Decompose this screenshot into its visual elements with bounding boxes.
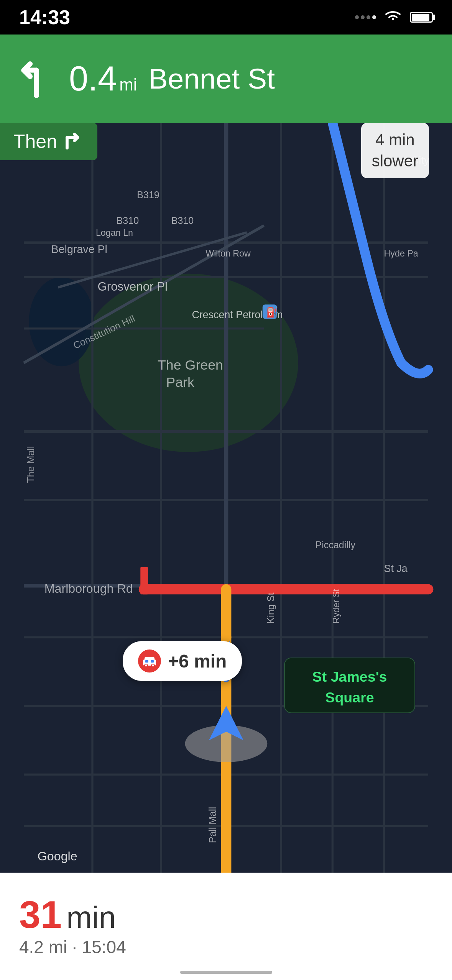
svg-text:Wilton Row: Wilton Row (205, 248, 251, 258)
eta-row: 31 min (19, 895, 433, 935)
svg-text:Pall Mall: Pall Mall (207, 807, 218, 843)
eta-unit: min (66, 900, 116, 935)
svg-text:B310: B310 (171, 215, 194, 226)
map-area[interactable]: Belgrave Pl B310 B310 B319 Logan Ln Wilt… (0, 123, 452, 873)
eta-arrival-time: 15:04 (82, 937, 126, 957)
svg-text:Marlborough Rd: Marlborough Rd (44, 582, 133, 595)
eta-distance: 4.2 mi (19, 937, 67, 957)
nav-street-name: Bennet St (149, 62, 275, 95)
eta-details: 4.2 mi · 15:04 (19, 937, 433, 957)
eta-separator: · (72, 937, 82, 957)
status-icons (355, 8, 433, 27)
traffic-delay-text: +6 min (168, 651, 227, 672)
nav-distance-value: 0.4 (69, 61, 117, 96)
svg-rect-64 (151, 660, 154, 663)
battery-icon (410, 12, 433, 23)
svg-text:King St: King St (265, 593, 276, 624)
then-turn-icon (63, 131, 84, 152)
then-label: Then (13, 130, 57, 153)
svg-text:Grosvenor Pl: Grosvenor Pl (97, 280, 168, 293)
wifi-icon (383, 8, 403, 27)
svg-point-61 (145, 664, 148, 666)
svg-text:St Ja: St Ja (384, 563, 408, 574)
status-bar: 14:33 (0, 0, 452, 35)
nav-distance-unit: mi (119, 76, 137, 93)
svg-rect-63 (145, 660, 148, 663)
svg-text:St James's: St James's (312, 669, 387, 685)
svg-text:Logan Ln: Logan Ln (96, 228, 133, 238)
eta-minutes: 31 (19, 895, 62, 934)
svg-text:B310: B310 (117, 215, 139, 226)
map-svg: Belgrave Pl B310 B310 B319 Logan Ln Wilt… (0, 123, 452, 873)
turn-direction (15, 58, 65, 100)
svg-text:Belgrave Pl: Belgrave Pl (51, 243, 107, 255)
signal-icon (355, 15, 376, 19)
svg-text:B319: B319 (137, 189, 159, 200)
svg-rect-57 (140, 567, 148, 595)
nav-header: 0.4 mi Bennet St (0, 35, 452, 123)
slower-bubble: 4 min slower (361, 123, 429, 178)
svg-text:Hyde Pa: Hyde Pa (384, 248, 418, 258)
home-indicator[interactable] (180, 971, 272, 974)
svg-text:Park: Park (166, 375, 194, 390)
svg-text:The Green: The Green (158, 357, 223, 373)
svg-text:Piccadilly: Piccadilly (316, 539, 356, 550)
svg-point-62 (151, 664, 155, 666)
slower-text-line2: slower (372, 151, 418, 172)
svg-text:Google: Google (38, 849, 77, 863)
turn-arrow-icon (15, 58, 58, 100)
traffic-delay-bubble[interactable]: +6 min (123, 641, 242, 681)
bottom-panel: 31 min 4.2 mi · 15:04 (0, 873, 452, 980)
slower-text-line1: 4 min (372, 130, 418, 151)
svg-text:The Mall: The Mall (25, 446, 36, 483)
traffic-icon (138, 649, 161, 673)
svg-text:Square: Square (325, 689, 374, 705)
svg-text:⛽: ⛽ (266, 306, 278, 318)
status-time: 14:33 (19, 6, 70, 29)
svg-text:Ryder St: Ryder St (331, 589, 341, 623)
then-instruction: Then (0, 123, 97, 160)
